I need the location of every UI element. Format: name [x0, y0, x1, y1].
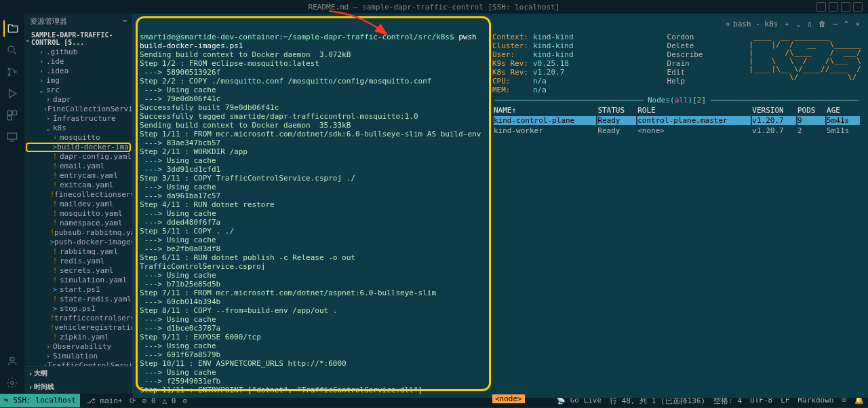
svg-point-12 [11, 382, 14, 385]
file-item[interactable]: ≻ push-docker-images.ps1 [24, 238, 132, 247]
k9s-nodes-title: ───────────────────────────────── Nodes(… [492, 96, 861, 105]
file-item[interactable]: ! pubsub-rabbitmq.yaml [24, 228, 132, 238]
svg-rect-9 [7, 133, 17, 139]
split-icon[interactable]: ▯ [808, 20, 812, 29]
file-item[interactable]: ≻ build-docker-images.ps1 [26, 143, 131, 152]
status-ssh[interactable]: ⇋ SSH: localhost [0, 394, 80, 407]
svg-point-4 [14, 71, 16, 73]
file-item[interactable]: ≻ stop.ps1 [24, 304, 132, 314]
workspace-name: SAMPLE-DAPR-TRAFFIC-CONTROL [S... [31, 31, 132, 46]
run-debug-icon[interactable] [4, 86, 20, 102]
folder-item[interactable]: › Infrastructure [24, 114, 132, 124]
chevron-right-icon: › [28, 370, 33, 377]
folder-item[interactable]: › mosquitto [24, 133, 132, 143]
file-item[interactable]: ! mosquitto.yaml [24, 209, 132, 219]
folder-item[interactable]: › .idea [24, 67, 132, 76]
svg-rect-6 [7, 111, 12, 115]
layout-icon-4[interactable] [853, 2, 863, 12]
dropdown-icon[interactable]: ⌄ [796, 20, 801, 29]
folder-item[interactable]: › Simulation [24, 352, 132, 361]
k9s-actions: CordonDeleteDescribeDrainEditHelp [620, 33, 703, 94]
trash-icon[interactable]: 🗑 [818, 20, 826, 29]
settings-icon[interactable] [4, 375, 20, 391]
file-item[interactable]: ! entrycam.yaml [24, 171, 132, 181]
folder-item[interactable]: › img [24, 76, 132, 86]
file-item[interactable]: ! email.yaml [24, 162, 132, 171]
explorer-header: 资源管理器 ⋯ [24, 14, 132, 30]
explorer-icon[interactable] [3, 20, 20, 37]
file-item[interactable]: ! simulation.yaml [24, 276, 132, 285]
activity-bar [0, 14, 24, 394]
node-row[interactable]: kind-workerReady<none>v1.20.725m11s [494, 126, 860, 135]
folder-item[interactable]: ⌄ k8s [24, 124, 132, 133]
svg-rect-7 [13, 111, 17, 115]
folder-item[interactable]: › .github [24, 48, 132, 57]
k9s-logo: ____ __ ________ | |/ / __ \______ | /\_… [749, 33, 861, 94]
file-item[interactable]: ≻ start.ps1 [24, 285, 132, 295]
chevron-up-icon[interactable]: ^ [844, 20, 849, 29]
file-item[interactable]: ! maildev.yaml [24, 200, 132, 209]
file-item[interactable]: ! trafficcontrolservice.yaml [24, 314, 132, 323]
svg-rect-8 [7, 116, 12, 120]
window-title: README.md — sample-dapr-traffic-control … [309, 3, 560, 12]
svg-marker-5 [9, 90, 17, 98]
terminal-panel[interactable]: ⎆ bash - k8s + ⌄ ▯ 🗑 ⋯ ^ × smartide@smar… [133, 14, 868, 398]
folder-item[interactable]: ⌄ src [24, 86, 132, 95]
chevron-right-icon: › [28, 384, 33, 391]
svg-point-11 [10, 357, 14, 361]
account-icon[interactable] [4, 353, 20, 369]
status-branch[interactable]: ⎇ main+ [87, 396, 123, 405]
explorer-sidebar: 资源管理器 ⋯ ⌄ SAMPLE-DAPR-TRAFFIC-CONTROL [S… [24, 14, 133, 394]
layout-icon-3[interactable] [841, 2, 850, 12]
folder-item[interactable]: › FineCollectionService [24, 105, 132, 114]
window-titlebar: README.md — sample-dapr-traffic-control … [0, 0, 868, 14]
folder-item[interactable]: › .ide [24, 57, 132, 67]
file-item[interactable]: ! secrets.yaml [24, 266, 132, 276]
svg-point-3 [8, 74, 10, 76]
remote-icon[interactable] [4, 129, 20, 145]
file-item[interactable]: ! exitcam.yaml [24, 181, 132, 190]
outline-section[interactable]: ›大纲 [24, 367, 132, 380]
file-item[interactable]: ! namespace.yaml [24, 219, 132, 228]
file-item[interactable]: ! zipkin.yaml [24, 333, 132, 342]
search-icon[interactable] [4, 42, 20, 58]
k9s-nodes-table[interactable]: NAME↑STATUSROLEVERSIONPODSAGEkind-contro… [492, 105, 861, 136]
workspace-header[interactable]: ⌄ SAMPLE-DAPR-TRAFFIC-CONTROL [S... [24, 30, 132, 48]
folder-item[interactable]: › dapr [24, 95, 132, 105]
file-item[interactable]: ! state-redis.yaml [24, 295, 132, 304]
file-item[interactable]: ! dapr-config.yaml [24, 152, 132, 162]
timeline-section[interactable]: ›时间线 [24, 380, 132, 394]
file-tree[interactable]: › .github› .ide› .idea› img⌄ src› dapr› … [24, 48, 132, 366]
extensions-icon[interactable] [4, 107, 20, 124]
file-item[interactable]: ! rabbitmq.yaml [24, 247, 132, 257]
chevron-down-icon: ⌄ [26, 35, 30, 43]
file-item[interactable]: ! finecollectionservice.yaml [24, 190, 132, 200]
svg-point-2 [8, 68, 10, 70]
layout-icon-2[interactable] [829, 2, 838, 12]
k9s-breadcrumb: <node> [492, 394, 525, 403]
window-controls [816, 2, 863, 12]
svg-line-1 [14, 52, 16, 54]
add-terminal-icon[interactable]: + [785, 20, 789, 29]
more-icon[interactable]: ⋯ [833, 20, 837, 29]
file-item[interactable]: ! redis.yaml [24, 257, 132, 266]
source-control-icon[interactable] [4, 64, 20, 80]
file-item[interactable]: ! vehicleregistrationservice.yaml [24, 323, 132, 333]
k9s-context: Context:kind-kindCluster:kind-kindUser:k… [492, 33, 574, 94]
close-icon[interactable]: × [855, 20, 860, 29]
terminal-tab[interactable]: ⎆ bash - k8s [726, 20, 778, 29]
svg-point-0 [8, 46, 14, 52]
k9s-panel[interactable]: Context:kind-kindCluster:kind-kindUser:k… [488, 31, 865, 395]
folder-item[interactable]: › Observability [24, 342, 132, 352]
build-output[interactable]: smartide@smartide-dev-container:~/sample… [136, 31, 488, 395]
explorer-title: 资源管理器 [30, 16, 67, 27]
layout-icon-1[interactable] [816, 2, 826, 12]
folder-item[interactable]: › TrafficControlService [24, 361, 132, 366]
node-row[interactable]: kind-control-planeReadycontrol-plane,mas… [494, 116, 860, 125]
more-icon[interactable]: ⋯ [122, 16, 127, 27]
